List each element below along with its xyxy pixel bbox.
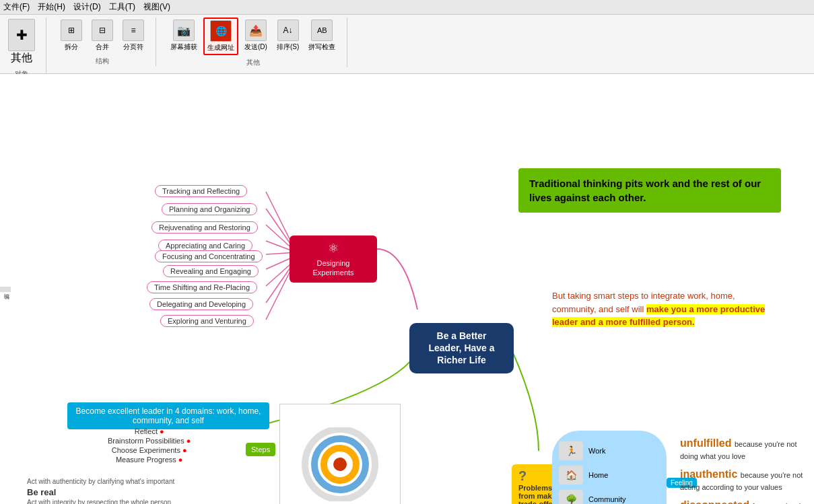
branch-timeshifting[interactable]: Time Shifting and Re-Placing (147, 281, 257, 293)
ribbon-group-object: ✚ 其他 对象 (5, 17, 46, 79)
ribbon-group-structure: ⊞ 拆分 ⊟ 合并 ≡ 分页符 结构 (57, 17, 156, 66)
menu-file[interactable]: 文件(F) (3, 1, 30, 13)
branch-revealing[interactable]: Revealing and Engaging (163, 265, 259, 277)
feeling-inauthentic: inauthentic because you're not acting ac… (680, 468, 808, 493)
svg-point-12 (333, 458, 347, 471)
feeling-unfulfilled: unfulfilled because you're not doing wha… (680, 437, 808, 462)
principle-2-desc: Act with integrity by respecting the who… (27, 499, 174, 504)
red-quote-text: But taking smart steps to integrate work… (552, 289, 781, 329)
designing-experiments-node[interactable]: ⚛ Designing Experiments (290, 236, 377, 283)
main-canvas: 编辑 Traditional thinking pits work and th… (0, 74, 814, 504)
domain-home: 🏠 Home (559, 466, 660, 484)
ribbon-group-other: 📷 屏幕捕获 🌐 生成网址 📤 发送(D) A↓ 排序(S) (167, 17, 347, 67)
measure-item: Measure Progress ● (108, 456, 191, 464)
cloud-domains: 🏃 Work 🏠 Home 🌳 Community ME Self (552, 431, 667, 504)
steps-section: Reflect ● Brainstorm Possibilities ● Cho… (108, 427, 191, 465)
branch-tracking[interactable]: Tracking and Reflecting (155, 185, 247, 197)
principle-1-label: Be real (27, 487, 174, 497)
designing-experiments-label: Designing Experiments (298, 258, 369, 278)
branch-focusing[interactable]: Focusing and Concentrating (155, 250, 263, 262)
sort-button[interactable]: A↓ 排序(S) (273, 17, 302, 55)
center-node[interactable]: Be a Better Leader, Have a Richer Life (409, 323, 514, 373)
center-line2: Leader, Have a (420, 342, 503, 354)
branch-delegating[interactable]: Delegating and Developing (149, 298, 253, 310)
menu-bar: 文件(F) 开始(H) 设计(D) 工具(T) 视图(V) (0, 0, 814, 15)
other-button[interactable]: ✚ 其他 (5, 17, 38, 67)
center-line1: Be a Better (420, 330, 503, 342)
split-button[interactable]: ⊞ 拆分 (57, 17, 86, 54)
blue-domains-box: Become excellent leader in 4 domains: wo… (67, 402, 269, 429)
brainstorm-item: Brainstorm Possibilities ● (108, 437, 191, 445)
app-window: 文件(F) 开始(H) 设计(D) 工具(T) 视图(V) ✚ 其他 对象 (0, 0, 814, 504)
branch-exploring[interactable]: Exploring and Venturing (160, 315, 254, 327)
generate-url-button[interactable]: 🌐 生成网址 (203, 17, 238, 55)
center-line3: Richer Life (420, 354, 503, 366)
target-logo-svg (300, 427, 380, 501)
menu-view[interactable]: 视图(V) (143, 1, 170, 13)
toolbar: 文件(F) 开始(H) 设计(D) 工具(T) 视图(V) ✚ 其他 对象 (0, 0, 814, 74)
screenshot-button[interactable]: 📷 屏幕捕获 (167, 17, 201, 55)
domain-work: 🏃 Work (559, 441, 660, 460)
green-quote-box: Traditional thinking pits work and the r… (518, 168, 781, 213)
branch-rejuvenating[interactable]: Rejuvenating and Restoring (151, 221, 258, 233)
menu-design[interactable]: 设计(D) (73, 1, 101, 13)
choose-item: Choose Experiments ● (108, 446, 191, 454)
steps-label: Steps (246, 443, 275, 456)
feeling-disconnected: disconnected from people who matter to y… (680, 499, 808, 504)
total-leadership-logo: TOTAL LEADERSHIP (279, 404, 401, 504)
feelings-list: unfulfilled because you're not doing wha… (680, 437, 808, 504)
merge-button[interactable]: ⊟ 合并 (88, 17, 116, 54)
menu-start[interactable]: 开始(H) (38, 1, 65, 13)
spell-button[interactable]: AB 拼写检查 (305, 17, 339, 55)
left-sidebar: 编辑 (0, 287, 11, 292)
pagebreak-button[interactable]: ≡ 分页符 (119, 17, 147, 54)
branch-planning[interactable]: Planning and Organizing (162, 203, 257, 215)
send-button[interactable]: 📤 发送(D) (241, 17, 271, 55)
menu-tools[interactable]: 工具(T) (109, 1, 135, 13)
principles-section: Act with authenticity by clarifying what… (27, 478, 174, 504)
reflect-item: Reflect ● (108, 427, 191, 435)
ribbon: ✚ 其他 对象 ⊞ 拆分 ⊟ 合并 (0, 15, 814, 74)
domain-community: 🌳 Community (559, 490, 660, 504)
principle-1-desc: Act with authenticity by clarifying what… (27, 478, 174, 485)
